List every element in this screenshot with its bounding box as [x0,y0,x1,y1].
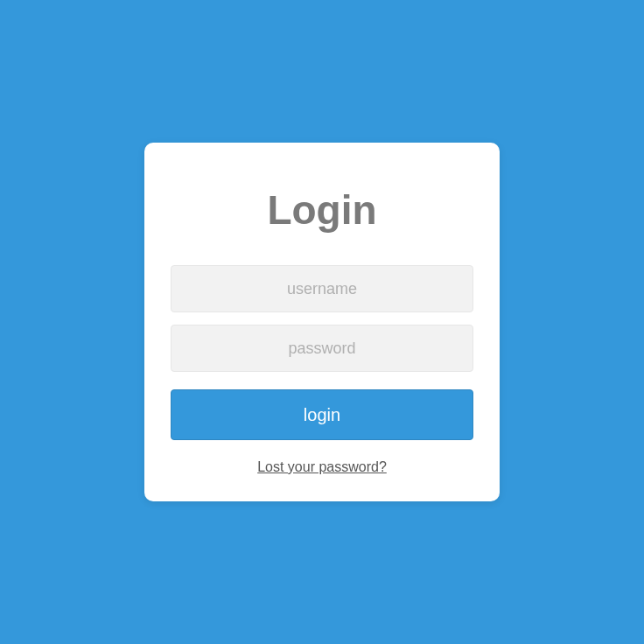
username-input[interactable] [171,265,473,312]
lost-password-link[interactable]: Lost your password? [171,459,473,475]
login-card: Login login Lost your password? [144,143,500,501]
login-title: Login [171,186,473,234]
login-button[interactable]: login [171,389,473,440]
password-input[interactable] [171,325,473,372]
